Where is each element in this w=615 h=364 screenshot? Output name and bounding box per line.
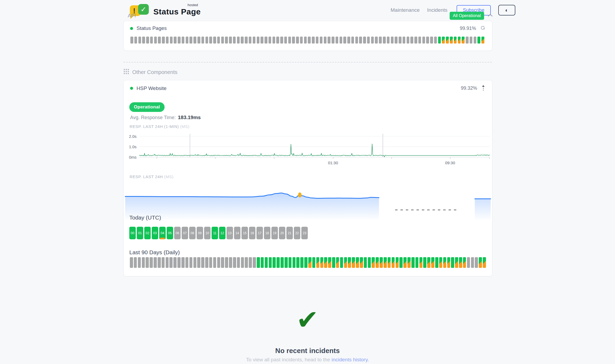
uptime-bar-segment — [158, 257, 161, 268]
uptime-bar-segment — [162, 37, 165, 44]
today-hour-block: 03 — [152, 227, 158, 239]
today-hour-block: 16 — [249, 227, 255, 239]
uptime-bar-segment — [308, 37, 311, 44]
uptime-bar-segment — [221, 37, 224, 44]
uptime-bar-segment — [348, 257, 351, 268]
refresh-icon[interactable] — [480, 25, 485, 31]
uptime-bar-segment — [483, 257, 486, 268]
status-badge: Operational — [129, 102, 165, 112]
uptime-bar-segment — [439, 257, 442, 268]
today-hour-label: 21 — [288, 231, 291, 235]
today-hour-grid: 0001020304050607080910111213141516171819… — [129, 227, 308, 239]
uptime-bar-segment — [447, 257, 450, 268]
x-axis-label: 01:30 — [328, 161, 338, 165]
uptime-bar-segment — [375, 37, 378, 44]
response-time-minute-chart: 2.0s1.0s0ms01:3009:30 — [124, 133, 492, 169]
component-row: HSP Website 99.32% — [130, 85, 485, 92]
uptime-bar-segment — [237, 257, 240, 268]
y-axis-label: 2.0s — [124, 134, 137, 139]
uptime-bar-segment — [340, 37, 342, 44]
uptime-bar-segment — [193, 37, 196, 44]
uptime-bar-segment — [328, 37, 330, 44]
uptime-bar-segment — [277, 257, 280, 268]
uptime-bar-segment — [197, 257, 200, 268]
uptime-bar-segment — [481, 37, 484, 44]
theme-toggle-button[interactable]: ◐ — [498, 5, 515, 15]
overall-status-row: All Operational — [450, 12, 493, 20]
today-hour-block: 14 — [234, 227, 240, 239]
avg-response-row: Avg. Response Time:183.19ms — [130, 115, 201, 120]
nav-maintenance[interactable]: Maintenance — [391, 7, 420, 13]
uptime-bar-segment — [154, 257, 157, 268]
uptime-bar-segment — [415, 257, 419, 268]
uptime-bar-segment — [268, 37, 271, 44]
nav-incidents[interactable]: Incidents — [427, 7, 447, 13]
last-90-days-title: Last 90 Days (Daily) — [129, 249, 180, 256]
today-hour-block: 20 — [279, 227, 285, 239]
uptime-bar-segment — [450, 37, 453, 44]
other-components-title: Other Components — [132, 69, 177, 75]
uptime-bar-segment — [372, 257, 375, 268]
status-page: ! ✓ Status Page hosted Maintenance Incid… — [0, 0, 615, 364]
uptime-bar-segment — [257, 37, 260, 44]
uptime-bar-segment — [471, 257, 474, 268]
uptime-bar-segment — [209, 37, 212, 44]
uptime-bar-segment — [245, 37, 248, 44]
uptime-bar-segment — [359, 37, 362, 44]
uptime-bar-segment — [304, 37, 307, 44]
uptime-bar-segment — [166, 37, 169, 44]
section-divider — [123, 62, 492, 62]
daily-chart-label: RESP. LAST 24H (MS) — [130, 174, 173, 179]
uptime-bar-segment — [387, 37, 390, 44]
uptime-bar-segment — [142, 37, 145, 44]
uptime-bar-segment — [368, 257, 371, 268]
uptime-bar-segment — [300, 37, 303, 44]
theme-icon: ◐ — [505, 7, 508, 13]
uptime-bar-segment — [396, 257, 399, 268]
uptime-bar-segment — [343, 37, 346, 44]
uptime-bar-segment — [324, 37, 327, 44]
status-dot — [130, 27, 133, 30]
uptime-percentage: 99.91% — [460, 26, 476, 31]
today-hour-block: 17 — [256, 227, 263, 239]
uptime-bar-segment — [430, 37, 433, 44]
incidents-subtitle: To view all past incidents, head to the … — [0, 357, 615, 363]
uptime-bar-segment — [170, 37, 173, 44]
brand-logo: ! ✓ Status Page hosted — [130, 3, 210, 19]
uptime-bar-segment — [320, 37, 323, 44]
uptime-bar-segment — [197, 37, 200, 44]
uptime-bar-segment — [264, 37, 267, 44]
uptime-bar-segment — [233, 37, 236, 44]
other-components-header: Other Components — [124, 69, 177, 76]
today-hour-block: 15 — [242, 227, 248, 239]
uptime-bar-segment — [253, 37, 256, 44]
today-hour-block: 07 — [182, 227, 188, 239]
uptime-bar-segment — [293, 257, 296, 268]
uptime-bar-segment — [411, 257, 415, 268]
uptime-bar-segment — [474, 37, 477, 44]
today-hour-label: 03 — [153, 231, 157, 235]
uptime-bar-segment — [475, 257, 478, 268]
status-dot — [130, 87, 133, 90]
avg-response-label: Avg. Response Time: — [130, 115, 176, 120]
uptime-bar-segment — [376, 257, 379, 268]
uptime-bar-segment — [189, 257, 193, 268]
today-hour-block: 12 — [219, 227, 225, 239]
uptime-bar-segment — [446, 37, 449, 44]
uptime-bar-segment — [459, 257, 462, 268]
today-hour-block: 08 — [189, 227, 196, 239]
uptime-bar-segment — [410, 37, 413, 44]
uptime-bar-segment — [367, 37, 370, 44]
uptime-bar-segment — [249, 37, 252, 44]
avg-response-value: 183.19ms — [178, 115, 201, 120]
uptime-bar-segment — [142, 257, 145, 268]
uptime-bar-segment — [261, 257, 264, 268]
uptime-bar-segment — [458, 37, 461, 44]
uptime-bar-segment — [388, 257, 391, 268]
uptime-bar-segment — [269, 257, 272, 268]
uptime-bar-segment — [130, 37, 133, 44]
uptime-bar-segment — [158, 37, 161, 44]
incidents-history-link[interactable]: incidents history — [332, 357, 368, 362]
chevron-up-icon[interactable] — [487, 13, 493, 18]
check-square-icon: ✓ — [138, 4, 149, 15]
